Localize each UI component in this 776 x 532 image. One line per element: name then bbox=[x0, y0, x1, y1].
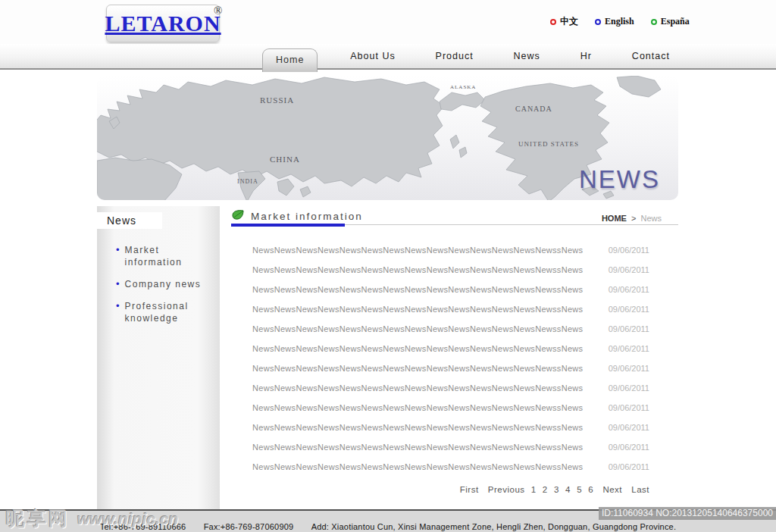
news-row: NewsNewsNewsNewsNewsNewsNewsNewsNewsNews… bbox=[231, 398, 678, 418]
pagination-page-1[interactable]: 1 bbox=[531, 485, 537, 494]
news-row: NewsNewsNewsNewsNewsNewsNewsNewsNewsNews… bbox=[231, 260, 678, 280]
map-label-united-states: UNITED STATES bbox=[518, 140, 579, 148]
language-chinese[interactable]: 中文 bbox=[550, 15, 578, 28]
pagination-next[interactable]: Next bbox=[602, 485, 622, 494]
logo[interactable]: LETARON bbox=[106, 5, 220, 42]
news-link[interactable]: NewsNewsNewsNewsNewsNewsNewsNewsNewsNews… bbox=[252, 324, 583, 333]
news-row: NewsNewsNewsNewsNewsNewsNewsNewsNewsNews… bbox=[231, 240, 678, 260]
registered-trademark-icon: ® bbox=[214, 5, 222, 17]
pagination-page-6[interactable]: 6 bbox=[588, 485, 593, 494]
news-link[interactable]: NewsNewsNewsNewsNewsNewsNewsNewsNewsNews… bbox=[252, 285, 583, 294]
language-espana[interactable]: España bbox=[651, 16, 690, 27]
pagination-last[interactable]: Last bbox=[631, 485, 649, 494]
nav-item-hr[interactable]: Hr bbox=[573, 48, 599, 64]
news-link[interactable]: NewsNewsNewsNewsNewsNewsNewsNewsNewsNews… bbox=[252, 305, 583, 314]
header: LETARON ® Letaron Group 中文 English Españ… bbox=[0, 0, 776, 70]
news-date: 09/06/2011 bbox=[609, 246, 649, 255]
nav-item-home[interactable]: Home bbox=[262, 49, 318, 72]
language-english[interactable]: English bbox=[595, 16, 634, 27]
breadcrumb-separator: > bbox=[631, 214, 636, 223]
nav-bar: Home About Us Product News Hr Contact bbox=[0, 44, 776, 70]
news-link[interactable]: NewsNewsNewsNewsNewsNewsNewsNewsNewsNews… bbox=[252, 344, 583, 353]
sidebar-item-professional-knowledge[interactable]: • Professional knowledge bbox=[116, 300, 220, 324]
news-row: NewsNewsNewsNewsNewsNewsNewsNewsNewsNews… bbox=[231, 358, 678, 378]
sidebar-item-label: Professional knowledge bbox=[125, 300, 214, 324]
news-row: NewsNewsNewsNewsNewsNewsNewsNewsNewsNews… bbox=[231, 378, 678, 398]
pagination-page-4[interactable]: 4 bbox=[565, 485, 571, 494]
language-switcher: 中文 English España bbox=[550, 15, 690, 28]
language-label: 中文 bbox=[560, 15, 578, 28]
leaf-icon bbox=[231, 209, 245, 221]
page: LETARON ® Letaron Group 中文 English Españ… bbox=[0, 0, 776, 532]
nav-item-news[interactable]: News bbox=[506, 48, 548, 64]
sidebar-item-label: Company news bbox=[125, 278, 202, 290]
footer-fax: Fax:+86-769-87060909 bbox=[204, 522, 294, 531]
news-link[interactable]: NewsNewsNewsNewsNewsNewsNewsNewsNewsNews… bbox=[252, 246, 583, 255]
radio-ring-icon bbox=[550, 19, 556, 25]
news-link[interactable]: NewsNewsNewsNewsNewsNewsNewsNewsNewsNews… bbox=[252, 403, 583, 412]
news-date: 09/06/2011 bbox=[609, 403, 649, 412]
watermark-logo: 昵享网 bbox=[6, 506, 70, 531]
sidebar-item-company-news[interactable]: • Company news bbox=[116, 278, 220, 290]
news-date: 09/06/2011 bbox=[609, 285, 649, 294]
news-link[interactable]: NewsNewsNewsNewsNewsNewsNewsNewsNewsNews… bbox=[252, 443, 583, 452]
map-label-canada: CANADA bbox=[515, 105, 552, 113]
language-label: English bbox=[605, 16, 634, 27]
map-label-india: INDIA bbox=[237, 178, 258, 185]
news-date: 09/06/2011 bbox=[609, 423, 649, 432]
pagination-page-5[interactable]: 5 bbox=[577, 485, 582, 494]
news-date: 09/06/2011 bbox=[609, 344, 649, 353]
radio-ring-icon bbox=[595, 19, 601, 25]
news-link[interactable]: NewsNewsNewsNewsNewsNewsNewsNewsNewsNews… bbox=[252, 462, 583, 471]
sidebar-menu: • Market information • Company news • Pr… bbox=[97, 244, 220, 324]
watermark-url: www.nipic.cn bbox=[77, 510, 178, 528]
news-date: 09/06/2011 bbox=[609, 364, 649, 373]
map-banner: RUSSIA CHINA INDIA ALASKA CANADA UNITED … bbox=[97, 76, 678, 200]
watermark-id-badge: ID:11060934 NO:20131205140646375000 bbox=[599, 507, 776, 520]
pagination-previous[interactable]: Previous bbox=[488, 485, 525, 494]
news-link[interactable]: NewsNewsNewsNewsNewsNewsNewsNewsNewsNews… bbox=[252, 383, 583, 393]
map-label-china: CHINA bbox=[270, 155, 300, 164]
news-link[interactable]: NewsNewsNewsNewsNewsNewsNewsNewsNewsNews… bbox=[252, 423, 583, 432]
footer-address: Add: Xiaotiantou Cun, Xinsi Management Z… bbox=[311, 522, 677, 531]
news-link[interactable]: NewsNewsNewsNewsNewsNewsNewsNewsNewsNews… bbox=[252, 364, 583, 373]
watermark-site: 昵享网 www.nipic.cn bbox=[6, 506, 178, 531]
news-date: 09/06/2011 bbox=[609, 443, 649, 452]
news-row: NewsNewsNewsNewsNewsNewsNewsNewsNewsNews… bbox=[231, 437, 678, 457]
news-list: NewsNewsNewsNewsNewsNewsNewsNewsNewsNews… bbox=[231, 240, 678, 477]
sidebar-title: News bbox=[97, 212, 162, 229]
news-link[interactable]: NewsNewsNewsNewsNewsNewsNewsNewsNewsNews… bbox=[252, 265, 583, 274]
news-date: 09/06/2011 bbox=[609, 305, 649, 314]
news-row: NewsNewsNewsNewsNewsNewsNewsNewsNewsNews… bbox=[231, 319, 678, 339]
nav-item-about-us[interactable]: About Us bbox=[343, 48, 402, 64]
nav-items: Home About Us Product News Hr Contact bbox=[262, 44, 677, 68]
map-label-russia: RUSSIA bbox=[260, 95, 294, 105]
news-row: NewsNewsNewsNewsNewsNewsNewsNewsNewsNews… bbox=[231, 418, 678, 437]
news-date: 09/06/2011 bbox=[609, 383, 649, 393]
news-row: NewsNewsNewsNewsNewsNewsNewsNewsNewsNews… bbox=[231, 457, 678, 477]
pagination-page-2[interactable]: 2 bbox=[543, 485, 548, 494]
sidebar-item-market-information[interactable]: • Market information bbox=[116, 244, 220, 268]
breadcrumb: HOME > News bbox=[602, 214, 662, 223]
breadcrumb-home[interactable]: HOME bbox=[602, 214, 627, 223]
sidebar: News • Market information • Company news… bbox=[97, 206, 220, 509]
banner-title: NEWS bbox=[579, 165, 660, 194]
pagination-first[interactable]: First bbox=[460, 485, 479, 494]
bullet-icon: • bbox=[116, 278, 120, 290]
language-label: España bbox=[661, 16, 690, 27]
sidebar-item-label: Market information bbox=[125, 244, 214, 268]
section-header: Market information HOME > News bbox=[231, 209, 678, 225]
breadcrumb-current: News bbox=[640, 214, 662, 223]
nav-item-product[interactable]: Product bbox=[428, 48, 481, 64]
news-date: 09/06/2011 bbox=[609, 324, 649, 333]
main-content: Market information HOME > News NewsNewsN… bbox=[231, 209, 678, 494]
pagination: First Previous 1 2 3 4 5 6 Next Last bbox=[231, 485, 678, 494]
nav-item-contact[interactable]: Contact bbox=[624, 48, 677, 64]
pagination-page-3[interactable]: 3 bbox=[554, 485, 559, 494]
news-row: NewsNewsNewsNewsNewsNewsNewsNewsNewsNews… bbox=[231, 280, 678, 299]
title-accent-bar bbox=[231, 224, 345, 227]
section-title: Market information bbox=[251, 211, 363, 222]
bullet-icon: • bbox=[116, 300, 120, 324]
logo-text: LETARON bbox=[105, 11, 221, 36]
news-row: NewsNewsNewsNewsNewsNewsNewsNewsNewsNews… bbox=[231, 299, 678, 319]
